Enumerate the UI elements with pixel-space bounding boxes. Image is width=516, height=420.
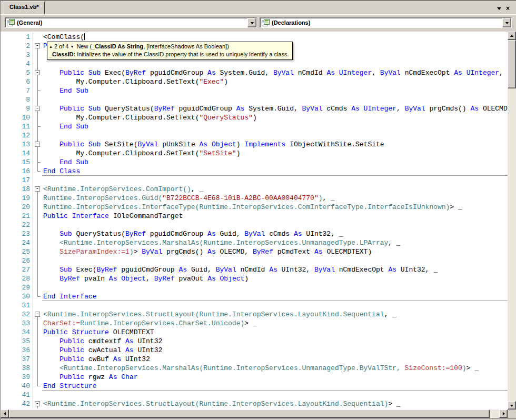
code-text: <Runtime.InteropServices.StructLayout(Ru… [42,399,508,408]
vertical-scroll-thumb[interactable] [508,40,516,88]
horizontal-scroll-thumb[interactable] [9,409,490,418]
code-line-15[interactable]: 15 End Sub [1,158,508,167]
overload-down-icon[interactable]: ▼ [70,45,74,49]
outline-collapse-icon[interactable] [33,42,42,51]
vb-object-icon [7,19,15,27]
objects-combo-dropdown-icon[interactable] [247,18,256,27]
code-line-1[interactable]: 1<ComClass( [1,33,508,42]
code-text: <Runtime.InteropServices.ComImport(), _ [42,185,508,194]
code-line-39[interactable]: 39 Public rgwz As Char [1,373,508,382]
code-line-9[interactable]: 9 Public Sub QueryStatus(ByRef pguidCmdG… [1,104,508,113]
text-caret [84,33,85,40]
outline-margin [33,51,42,59]
outline-margin [33,158,42,167]
code-line-7[interactable]: 7 End Sub [1,86,508,95]
outline-margin [33,283,42,292]
outline-margin [33,176,42,185]
code-line-13[interactable]: 13 Public Sub SetSite(ByVal pUnkSite As … [1,140,508,149]
code-line-25[interactable]: 25 SizeParamIndex:=1)> ByVal prgCmds() A… [1,247,508,256]
code-line-27[interactable]: 27 Sub Exec(ByRef pguidCmdGroup As Guid,… [1,265,508,274]
code-line-22[interactable]: 22 [1,221,508,229]
code-line-30[interactable]: 30End Interface [1,292,508,301]
outline-collapse-icon[interactable] [33,68,42,77]
vertical-scroll-track[interactable] [508,40,516,401]
overload-up-icon[interactable]: ▲ [49,45,53,49]
scrollbar-corner [508,409,516,418]
outline-margin [33,346,42,355]
code-line-18[interactable]: 18<Runtime.InteropServices.ComImport(), … [1,185,508,194]
code-line-12[interactable]: 12 [1,131,508,140]
code-line-23[interactable]: 23 Sub QueryStatus(ByRef pguidCmdGroup A… [1,229,508,238]
outline-margin [33,95,42,104]
declarations-combo[interactable]: (Declarations) [260,17,512,28]
code-line-41[interactable]: 41 [1,391,508,399]
line-number: 31 [1,301,33,310]
code-line-37[interactable]: 37 Public cwBuf As UInt32 [1,355,508,364]
tab-class1-vb[interactable]: Class1.vb* [4,2,45,14]
line-number: 34 [1,328,33,337]
code-line-26[interactable]: 26 [1,256,508,265]
code-line-32[interactable]: 32<Runtime.InteropServices.StructLayout(… [1,310,508,319]
code-line-24[interactable]: 24 <Runtime.InteropServices.MarshalAs(Ru… [1,238,508,247]
outline-margin [33,328,42,337]
line-number: 33 [1,319,33,328]
code-line-6[interactable]: 6 My.Computer.Clipboard.SetText("Exec") [1,77,508,86]
code-line-29[interactable]: 29 [1,283,508,292]
outline-margin [33,113,42,122]
code-line-14[interactable]: 14 My.Computer.Clipboard.SetText("SetSit… [1,149,508,158]
code-text: Public cmdtextf As UInt32 [42,337,508,346]
line-number: 38 [1,364,33,373]
scroll-down-icon[interactable] [508,401,516,409]
scroll-up-icon[interactable] [508,32,516,40]
code-line-28[interactable]: 28 ByRef pvaIn As Object, ByRef pvaOut A… [1,274,508,283]
line-number: 23 [1,229,33,238]
code-line-5[interactable]: 5 Public Sub Exec(ByRef pguidCmdGroup As… [1,68,508,77]
code-line-40[interactable]: 40End Structure [1,382,508,391]
code-text: End Sub [42,158,508,167]
code-line-42[interactable]: 42<Runtime.InteropServices.StructLayout(… [1,399,508,408]
outline-margin [33,355,42,364]
vertical-scrollbar[interactable] [508,32,516,409]
code-text: My.Computer.Clipboard.SetText("QueryStat… [42,113,508,122]
code-line-38[interactable]: 38 <Runtime.InteropServices.MarshalAs(Ru… [1,364,508,373]
code-line-34[interactable]: 34Public Structure OLECMDTEXT [1,328,508,337]
outline-collapse-icon[interactable] [33,399,42,408]
outline-collapse-icon[interactable] [33,310,42,319]
code-line-35[interactable]: 35 Public cmdtextf As UInt32 [1,337,508,346]
code-line-33[interactable]: 33CharSet:=Runtime.InteropServices.CharS… [1,319,508,328]
code-line-17[interactable]: 17 [1,176,508,185]
document-list-dropdown-icon[interactable] [497,7,501,10]
code-line-36[interactable]: 36 Public cwActual As UInt32 [1,346,508,355]
objects-combo[interactable]: (General) [5,17,257,28]
code-line-19[interactable]: 19Runtime.InteropServices.Guid("B722BCCB… [1,194,508,203]
outline-margin [33,131,42,140]
code-line-8[interactable]: 8 [1,95,508,104]
code-editor[interactable]: 1<ComClass(2P345 Public Sub Exec(ByRef p… [1,32,508,409]
code-line-4[interactable]: 4 [1,59,508,68]
line-number: 2 [1,42,33,51]
outline-margin [33,167,42,176]
scroll-right-icon[interactable] [499,409,508,418]
outline-margin [33,194,42,203]
close-document-icon[interactable]: × [506,6,510,11]
objects-combo-value: (General) [17,19,42,26]
code-line-10[interactable]: 10 My.Computer.Clipboard.SetText("QueryS… [1,113,508,122]
outline-collapse-icon[interactable] [33,140,42,149]
line-number: 20 [1,203,33,212]
code-line-20[interactable]: 20Runtime.InteropServices.InterfaceType(… [1,203,508,212]
scroll-left-icon[interactable] [1,409,9,418]
outline-margin [33,86,42,95]
code-text: <ComClass( [42,33,508,42]
code-line-21[interactable]: 21Public Interface IOleCommandTarget [1,212,508,221]
code-line-11[interactable]: 11 End Sub [1,122,508,131]
outline-collapse-icon[interactable] [33,185,42,194]
horizontal-scroll-track[interactable] [9,409,499,418]
code-line-16[interactable]: 16End Class [1,167,508,176]
declarations-combo-dropdown-icon[interactable] [502,18,511,27]
code-line-31[interactable]: 31 [1,301,508,310]
code-text: <Runtime.InteropServices.MarshalAs(Runti… [42,364,508,373]
outline-margin [33,274,42,283]
horizontal-scrollbar[interactable] [1,409,508,418]
outline-collapse-icon[interactable] [33,104,42,113]
line-number: 42 [1,399,33,408]
